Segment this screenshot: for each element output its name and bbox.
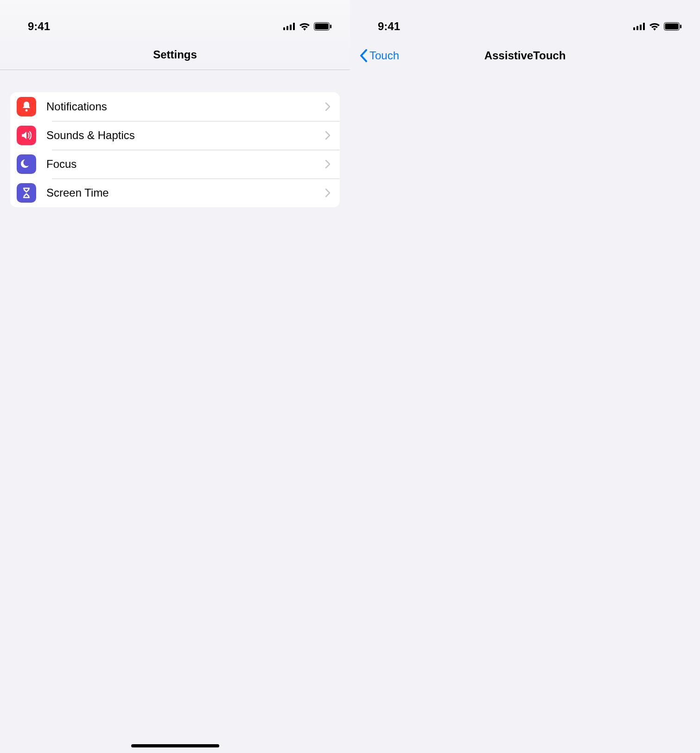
status-icons xyxy=(633,22,681,31)
nav-title: Settings xyxy=(153,48,197,61)
row-label: Notifications xyxy=(46,100,325,113)
wifi-icon xyxy=(299,22,310,31)
settings-group: NotificationsSounds & HapticsFocusScreen… xyxy=(10,92,340,207)
settings-row-notifications[interactable]: Notifications xyxy=(10,92,340,121)
moon-icon xyxy=(17,154,36,174)
status-icons xyxy=(283,22,331,31)
row-label: Focus xyxy=(46,158,325,171)
svg-rect-2 xyxy=(290,25,292,30)
status-bar: 9:41 xyxy=(350,0,700,39)
settings-row-screen-time[interactable]: Screen Time xyxy=(10,179,340,207)
svg-point-7 xyxy=(25,109,28,112)
speaker-icon xyxy=(17,126,36,145)
settings-screen: 9:41 Settings NotificationsSounds & Hapt… xyxy=(0,0,350,753)
chevron-right-icon xyxy=(325,188,331,198)
settings-row-sounds-haptics[interactable]: Sounds & Haptics xyxy=(10,121,340,150)
chevron-left-icon xyxy=(359,49,368,62)
cellular-icon xyxy=(283,23,295,30)
bell-icon xyxy=(17,97,36,116)
battery-icon xyxy=(664,22,681,31)
settings-row-focus[interactable]: Focus xyxy=(10,150,340,179)
back-button[interactable]: Touch xyxy=(359,49,399,62)
wifi-icon xyxy=(649,22,660,31)
svg-rect-5 xyxy=(315,23,329,29)
battery-icon xyxy=(314,22,331,31)
nav-title: AssistiveTouch xyxy=(484,49,566,62)
svg-rect-13 xyxy=(665,23,679,29)
svg-rect-11 xyxy=(643,23,645,30)
home-indicator xyxy=(131,744,219,747)
svg-rect-0 xyxy=(283,27,285,30)
back-label: Touch xyxy=(369,49,399,62)
row-label: Screen Time xyxy=(46,186,325,199)
svg-rect-1 xyxy=(286,26,288,30)
svg-rect-14 xyxy=(680,25,681,28)
svg-rect-3 xyxy=(293,23,295,30)
status-bar: 9:41 xyxy=(0,0,350,39)
nav-bar: Touch AssistiveTouch xyxy=(350,39,700,72)
svg-rect-9 xyxy=(636,26,638,30)
svg-rect-6 xyxy=(330,25,331,28)
chevron-right-icon xyxy=(325,131,331,140)
row-label: Sounds & Haptics xyxy=(46,129,325,142)
svg-rect-8 xyxy=(633,27,635,30)
svg-rect-10 xyxy=(640,25,642,30)
assistivetouch-screen: 9:41 Touch AssistiveTouch xyxy=(350,0,700,753)
status-time: 9:41 xyxy=(28,20,50,33)
hourglass-icon xyxy=(17,183,36,203)
status-time: 9:41 xyxy=(378,20,400,33)
nav-bar: Settings xyxy=(0,39,350,70)
chevron-right-icon xyxy=(325,102,331,111)
cellular-icon xyxy=(633,23,645,30)
chevron-right-icon xyxy=(325,160,331,169)
